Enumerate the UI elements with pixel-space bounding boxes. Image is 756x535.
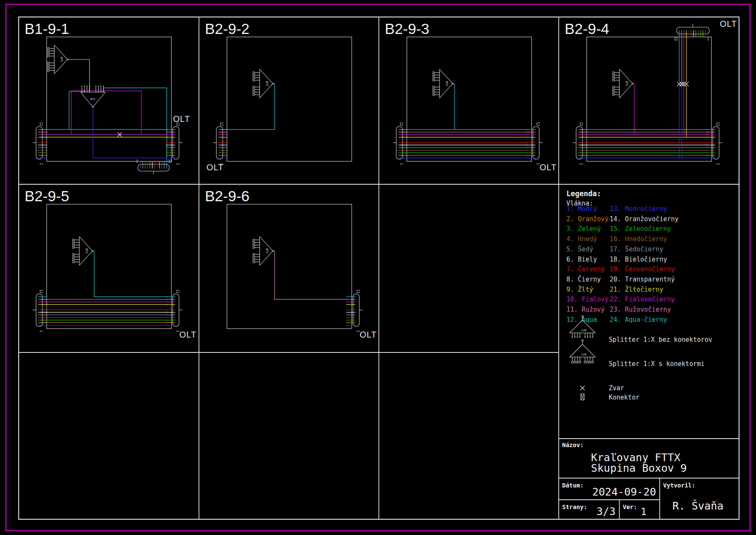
splitter-ratio-label: 1x8 <box>266 81 269 87</box>
legend-fiber-label: 11. Ružový <box>566 306 605 313</box>
splitter-ratio-label: 1x8 <box>581 353 587 356</box>
cable-end-count-label: 1 <box>356 330 360 332</box>
titleblock-nazov-label: Názov: <box>562 442 584 448</box>
cable-end-count-label: 1 <box>39 330 43 332</box>
legend-fiber-label: 7. Červený <box>566 265 605 273</box>
cable-end-count-label: 1 <box>136 160 138 163</box>
legend-symbol-label: Zvar <box>609 384 624 392</box>
splitter-ratio-label: 1x8 <box>90 97 96 101</box>
legend-fiber-label: 18. Bieločierny <box>610 256 667 263</box>
legend-fiber-label: 4. Hnedý <box>566 235 597 243</box>
legend-fiber-label: 24. Aqua-čierny <box>610 316 667 324</box>
legend-title: Legenda: <box>566 189 601 198</box>
panel-title: B1-9-1 <box>25 20 69 37</box>
olt-label: OLT <box>540 163 557 172</box>
panel-title: B2-9-2 <box>205 20 249 37</box>
cable-end-count-label: 1 <box>536 163 540 165</box>
cable-end-count-label: 1 <box>176 163 179 165</box>
titleblock-datum-label: Dátum: <box>562 482 584 489</box>
legend-fiber-label: 13. Modročierny <box>610 205 667 213</box>
cable-end-count-label: 12 <box>168 160 172 163</box>
olt-label: OLT <box>720 19 737 28</box>
titleblock-ver-value: 1 <box>641 506 647 517</box>
legend-symbol-label: Konektor <box>609 394 639 401</box>
legend-fiber-label: 2. Oranžový <box>566 215 608 223</box>
cable-end-count-label: 1 <box>176 330 179 332</box>
legend-fiber-label: 1. Modrý <box>566 205 597 213</box>
splitter-ratio-label: 1x8 <box>445 81 449 87</box>
cable-end-count-label: 12 <box>579 122 583 126</box>
legend-fiber-label: 21. Žltočierny <box>610 285 663 293</box>
cable-end-count-label: 12 <box>356 289 360 293</box>
cable-end-count-label: 12 <box>716 122 720 126</box>
titleblock-strany-label: Strany: <box>562 504 587 510</box>
titleblock-title-line2: Skupina Boxov 9 <box>591 462 687 474</box>
cable-end-count-label: 1 <box>399 163 403 165</box>
legend-fiber-label: 15. Zelenočierny <box>610 225 671 233</box>
legend-fiber-label: 3. Zelený <box>566 225 601 233</box>
legend-fiber-label: 23. Ružovočierny <box>610 306 671 313</box>
legend-fiber-label: 8. Čierny <box>566 275 601 283</box>
cable-end-count-label: 1 <box>716 163 720 165</box>
legend-fiber-label: 6. Biely <box>566 256 597 263</box>
cable-end-count-label: 12 <box>176 289 179 293</box>
olt-label: OLT <box>179 330 196 339</box>
cable-end-count-label: 1 <box>579 163 583 165</box>
cable-end-count-label: 12 <box>219 122 223 126</box>
olt-label: OLT <box>173 114 190 124</box>
drawing-canvas: B1-9-11x81x8121121112OLTB2-9-21x8121OLTB… <box>0 0 756 535</box>
panel-title: B2-9-6 <box>205 188 249 204</box>
titleblock-strany-value: 3/3 <box>596 505 616 518</box>
cable-end-count-label: 1 <box>707 37 709 41</box>
panel-title: B2-9-3 <box>385 20 429 37</box>
legend-fiber-label: 10. Fialový <box>566 296 608 303</box>
legend-symbol-label: Splitter 1:X s konektormi <box>609 360 705 368</box>
cable-end-count-label: 12 <box>39 289 43 293</box>
legend-fiber-label: 22. Fialovočierny <box>610 296 675 303</box>
cable-end-count-label: 12 <box>674 37 678 41</box>
splitter-ratio-label: 1x8 <box>266 248 269 254</box>
cable-end-count-label: 12 <box>399 122 403 126</box>
cable-end-count-label: 12 <box>39 122 43 126</box>
panel-title: B2-9-5 <box>25 188 69 204</box>
legend-fiber-label: 9. Žltý <box>566 285 593 293</box>
legend-symbol-label: Splitter 1:X bez konektorov <box>609 336 712 344</box>
titleblock-vytvoril-label: Vytvoril: <box>663 482 695 489</box>
splitter-ratio-label: 1x8 <box>581 329 587 332</box>
legend-fiber-label: 20. Transparentný <box>610 276 675 283</box>
titleblock-ver-label: Ver: <box>623 504 637 510</box>
legend-fiber-label: 19. Červenočierny <box>610 265 675 273</box>
olt-label: OLT <box>360 330 377 339</box>
titleblock-datum-value: 2024-09-20 <box>592 486 656 498</box>
olt-label: OLT <box>207 163 224 172</box>
legend-fiber-label: 14. Oranžovočierny <box>610 215 679 223</box>
cable-end-count-label: 12 <box>536 122 540 126</box>
splitter-ratio-label: 1x8 <box>85 248 89 254</box>
panel-title: B2-9-4 <box>565 20 609 37</box>
splitter-ratio-label: 1x8 <box>625 81 629 87</box>
splitter-ratio-label: 1x8 <box>60 57 64 62</box>
legend-fiber-label: 17. Šedočierny <box>610 245 663 253</box>
titleblock-vytvoril-value: R. Švaňa <box>672 499 723 512</box>
cable-end-count-label: 1 <box>39 163 43 165</box>
legend-fiber-label: 5. Šedý <box>566 245 593 253</box>
legend-fiber-label: 16. Hnedočierny <box>610 235 667 243</box>
